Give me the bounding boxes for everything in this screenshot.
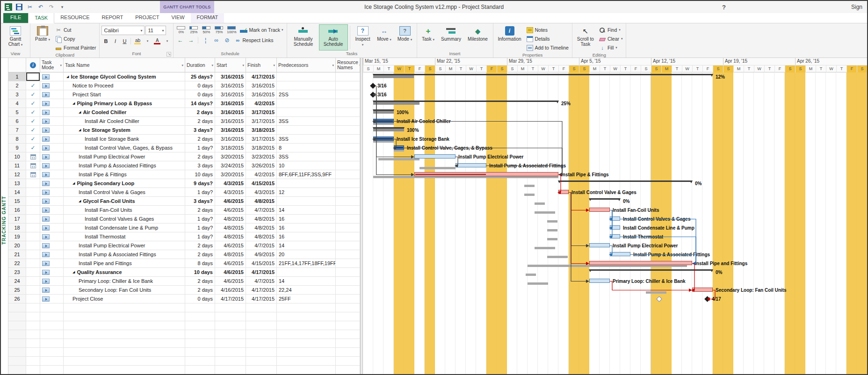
cell-res[interactable] [336,135,360,144]
cell-mode[interactable] [40,232,64,241]
cell-dur[interactable]: 0 days [185,81,215,90]
cell-empty[interactable] [246,321,277,330]
cell-empty[interactable] [215,321,246,330]
cell-fin[interactable]: 4/7/2015 [246,277,277,286]
cell-empty[interactable] [277,339,336,348]
cut-button[interactable]: ✂ Cut [54,26,97,34]
cell-rownum[interactable]: 7 [8,126,26,135]
gantt-timescale[interactable]: Mar 15, '15Mar 22, '15Mar 29, '15Apr 5, … [363,58,867,72]
table-row[interactable]: 23◢Quality Assurance10 days4/6/20154/17/… [8,268,360,277]
column-header-task-name[interactable]: Task Name▾ [64,58,185,72]
cell-empty[interactable] [277,348,336,357]
cell-empty[interactable] [185,312,215,321]
cell-start[interactable]: 4/6/2015 [215,259,246,268]
cell-res[interactable] [336,268,360,277]
cell-mode[interactable] [40,224,64,232]
cell-start[interactable]: 3/18/2015 [215,144,246,152]
cell-rownum[interactable]: 6 [8,117,26,126]
background-color-button[interactable]: ab [133,38,142,44]
column-header-predecessors[interactable]: Predecessors▾ [277,58,336,72]
cell-start[interactable]: 3/16/2015 [215,90,246,99]
task-bar[interactable] [589,279,610,283]
cell-mode[interactable] [40,126,64,135]
cell-res[interactable] [336,117,360,126]
cell-mode[interactable] [40,295,64,303]
cell-fin[interactable]: 3/16/2015 [246,90,277,99]
cell-rownum[interactable]: 17 [8,215,26,224]
clear-button[interactable]: Clear ▾ [598,35,624,43]
cell-rownum[interactable]: 19 [8,232,26,241]
cell-pred[interactable] [277,108,336,117]
cell-dur[interactable]: 9 days? [185,179,215,188]
column-header-rownum[interactable] [8,58,26,72]
cell-ind[interactable] [26,206,40,215]
cell-empty[interactable] [215,357,246,366]
cell-dur[interactable]: 2 days [185,277,215,286]
cell-empty[interactable] [336,348,360,357]
cell-name[interactable]: Install Ice Storage Bank [64,135,185,144]
cell-ind[interactable]: ✓ [26,81,40,90]
cell-empty[interactable] [246,357,277,366]
cell-dur[interactable]: 0 days [185,295,215,303]
fill-button[interactable]: ↓ Fill ▾ [598,43,624,52]
cell-dur[interactable]: 2 days [185,117,215,126]
cell-pred[interactable] [277,268,336,277]
table-row[interactable]: 2✓Notice to Proceed0 days3/16/20153/16/2… [8,81,360,90]
cell-start[interactable]: 4/8/2015 [215,224,246,232]
cell-ind[interactable]: ✓ [26,126,40,135]
font-color-caret[interactable]: ▾ [163,37,171,45]
expand-triangle-icon[interactable]: ◢ [72,181,75,185]
cell-fin[interactable]: 4/7/2015 [246,206,277,215]
cell-ind[interactable] [26,215,40,224]
cell-empty[interactable] [246,366,277,374]
column-header-resource-names[interactable]: Resource Names▾ [336,58,360,72]
cell-empty[interactable] [64,366,185,374]
cell-pred[interactable]: 12 [277,188,336,197]
task-bar[interactable] [558,190,569,194]
cell-mode[interactable] [40,81,64,90]
cell-res[interactable] [336,126,360,135]
column-header-finish[interactable]: Finish▾ [246,58,277,72]
cell-ind[interactable] [26,188,40,197]
table-row[interactable]: 12Install Pipe & Fittings10 days3/20/201… [8,170,360,179]
cell-ind[interactable] [26,170,40,179]
milestone-icon[interactable] [704,296,710,302]
cell-dur[interactable]: 2 days [185,108,215,117]
cell-empty[interactable] [185,366,215,374]
cell-ind[interactable] [26,72,40,81]
task-bar[interactable] [610,216,620,221]
summary-bar[interactable] [589,198,620,200]
cell-empty[interactable] [8,348,26,357]
cell-dur[interactable]: 2 days [185,135,215,144]
cell-ind[interactable] [26,224,40,232]
cell-pred[interactable] [277,81,336,90]
cell-empty[interactable] [277,303,336,312]
cell-ind[interactable] [26,241,40,250]
cell-ind[interactable] [26,277,40,286]
cell-start[interactable]: 4/8/2015 [215,250,246,259]
font-dialog-launcher-icon[interactable]: ↘ [166,52,171,57]
cell-empty[interactable] [185,303,215,312]
table-row[interactable]: 20Install Pump Electrical Power2 days4/6… [8,241,360,250]
cell-empty[interactable] [336,330,360,339]
cell-empty[interactable] [64,321,185,330]
cut-icon[interactable]: ✂ [26,3,34,11]
redo-icon[interactable]: ↷ [47,3,56,11]
cell-name[interactable]: ◢Ice Storage System [64,126,185,135]
cell-empty[interactable] [215,312,246,321]
undo-icon[interactable]: ↶ [36,3,45,11]
cell-rownum[interactable]: 23 [8,268,26,277]
tab-file[interactable]: FILE [3,13,28,23]
cell-pred[interactable]: 14 [277,206,336,215]
cell-empty[interactable] [40,366,64,374]
task-bar[interactable] [692,288,713,292]
cell-start[interactable]: 4/6/2015 [215,241,246,250]
cell-res[interactable] [336,232,360,241]
tab-project[interactable]: PROJECT [129,13,165,23]
cell-dur[interactable]: 1 day? [185,215,215,224]
cell-empty[interactable] [277,330,336,339]
manually-schedule-button[interactable]: Manually Schedule [289,24,318,50]
cell-start[interactable]: 4/3/2015 [215,188,246,197]
cell-fin[interactable]: 3/17/2015 [246,117,277,126]
cell-dur[interactable]: 2 days [185,241,215,250]
